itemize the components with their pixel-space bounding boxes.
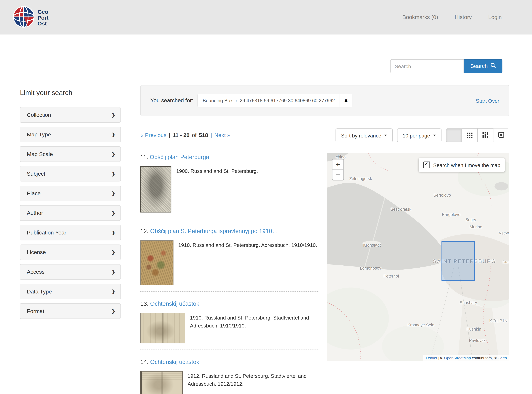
results-toolbar: « Previous | 11 - 20 of 518 | Next » Sor… <box>140 128 509 142</box>
facet-label: Map Type <box>27 131 51 137</box>
grid-icon <box>467 133 472 138</box>
facet-label: License <box>27 249 46 255</box>
chevron-right-icon: ❯ <box>112 250 115 255</box>
search-constraints-panel: You searched for: Bounding Box 29.476318… <box>140 85 509 116</box>
view-slideshow-button[interactable] <box>493 128 509 142</box>
facet-license[interactable]: License❯ <box>20 244 121 260</box>
zoom-out-button[interactable]: − <box>332 170 343 180</box>
map-canvas[interactable] <box>327 153 509 361</box>
search-when-move-control[interactable]: Search when I move the map <box>419 158 505 172</box>
facet-label: Collection <box>27 112 51 118</box>
chevron-right-icon: ❯ <box>112 191 115 196</box>
facet-place[interactable]: Place❯ <box>20 186 121 201</box>
search-icon <box>491 63 496 70</box>
view-grid-button[interactable] <box>462 128 478 142</box>
result-title-link[interactable]: Ochtenskij učastok <box>150 359 200 365</box>
view-list-button[interactable] <box>446 128 462 142</box>
remove-constraint-button[interactable]: ✖ <box>340 94 352 107</box>
bounding-box-overlay <box>441 241 475 281</box>
facet-map-scale[interactable]: Map Scale❯ <box>20 146 121 162</box>
constraint-bbox-value: 29.476318 59.617769 30.640869 60.277962 <box>240 98 335 103</box>
chevron-right-icon: ❯ <box>112 230 115 235</box>
logo-text: Geo Port Ost <box>37 9 49 26</box>
view-masonry-button[interactable] <box>478 128 493 142</box>
facet-data-type[interactable]: Data Type❯ <box>20 284 121 299</box>
result-number: 12. <box>140 228 148 235</box>
map-place-label: Kronstadt <box>363 243 381 248</box>
facet-sidebar-title: Limit your search <box>20 89 121 97</box>
facet-label: Format <box>27 308 44 314</box>
slideshow-icon <box>498 132 504 139</box>
next-page-link[interactable]: Next » <box>214 132 230 138</box>
facet-label: Publication Year <box>27 230 66 236</box>
facet-author[interactable]: Author❯ <box>20 205 121 221</box>
result-thumbnail[interactable] <box>140 166 171 213</box>
start-over-link[interactable]: Start Over <box>476 98 499 104</box>
pagination-separator: | <box>169 132 170 138</box>
facet-publication-year[interactable]: Publication Year❯ <box>20 225 121 240</box>
map-place-label: Vsevo <box>499 231 509 236</box>
results-list: 11. Obščij plan Peterburga 1900. Russlan… <box>140 154 319 394</box>
result-thumbnail[interactable] <box>140 371 183 394</box>
map-place-label: Pushkin <box>466 327 481 332</box>
sort-dropdown[interactable]: Sort by relevance <box>336 128 393 142</box>
per-page-dropdown[interactable]: 10 per page <box>397 128 441 142</box>
map-place-label: Murino <box>470 224 482 229</box>
map-place-label: KOLPIN <box>489 319 508 323</box>
openstreetmap-link[interactable]: OpenStreetMap <box>444 356 471 360</box>
map-place-label: Star <box>502 259 509 264</box>
result-item: 14. Ochtenskij učastok 1912. Russland an… <box>140 359 319 394</box>
page: Geo Port Ost Bookmarks (0) History Login… <box>0 0 532 394</box>
results-map[interactable]: chino Zelenogorsk Sertolovo Sestroretsk … <box>327 153 509 361</box>
map-place-label: Shushary <box>460 300 477 305</box>
nav-login[interactable]: Login <box>488 14 502 20</box>
facet-subject[interactable]: Subject❯ <box>20 166 121 181</box>
chevron-down-icon <box>384 135 387 136</box>
facet-map-type[interactable]: Map Type❯ <box>20 127 121 142</box>
map-place-label: Sertolovo <box>434 193 451 197</box>
chevron-right-icon: ❯ <box>112 289 115 294</box>
result-number: 13. <box>140 301 148 307</box>
result-thumbnail[interactable] <box>140 313 185 343</box>
result-thumbnail[interactable] <box>140 240 174 285</box>
facet-format[interactable]: Format❯ <box>20 303 121 319</box>
map-place-label: Bugry <box>466 217 476 222</box>
leaflet-link[interactable]: Leaflet <box>426 356 437 360</box>
facet-collection[interactable]: Collection❯ <box>20 107 121 123</box>
search-button-label: Search <box>470 63 488 69</box>
facet-label: Map Scale <box>27 151 53 157</box>
facet-label: Place <box>27 190 41 197</box>
you-searched-for-label: You searched for: <box>150 98 193 104</box>
chevron-right-icon: ❯ <box>112 210 115 216</box>
result-item: 13. Ochtenskij učastok 1910. Russland an… <box>140 301 319 350</box>
view-switcher <box>446 128 509 142</box>
nav-bookmarks[interactable]: Bookmarks (0) <box>402 14 438 20</box>
carto-link[interactable]: Carto <box>498 356 507 360</box>
zoom-in-button[interactable]: + <box>332 159 343 170</box>
geoportost-logo[interactable]: Geo Port Ost <box>13 6 48 29</box>
result-number: 14. <box>140 359 148 365</box>
chevron-down-icon <box>433 135 436 136</box>
filter-separator-icon <box>235 98 237 103</box>
nav-history[interactable]: History <box>455 14 472 20</box>
chevron-right-icon: ❯ <box>112 308 115 314</box>
checkbox-checked-icon[interactable] <box>423 161 430 168</box>
previous-page-link[interactable]: « Previous <box>140 132 166 138</box>
chevron-right-icon: ❯ <box>112 112 115 118</box>
result-number: 11. <box>140 154 148 161</box>
search-input[interactable] <box>390 59 464 73</box>
per-page-label: 10 per page <box>403 132 430 138</box>
result-description: 1912. Russland and St. Petersburg. Stadt… <box>188 372 319 388</box>
result-title-link[interactable]: Obščij plan Peterburga <box>150 154 209 161</box>
pagination-separator: | <box>210 132 212 138</box>
map-zoom-control: + − <box>332 159 344 181</box>
facet-access[interactable]: Access❯ <box>20 264 121 280</box>
map-place-label: Peterhof <box>384 274 399 279</box>
result-description: 1910. Russland and St. Petersburg. Stadt… <box>190 314 319 330</box>
result-title-link[interactable]: Ochtenskij učastok <box>150 301 200 307</box>
map-place-label: Lomonosov <box>360 266 381 271</box>
globe-logo-icon <box>13 6 34 29</box>
result-title-link[interactable]: Obščij plan S. Peterburga ispravlennyj p… <box>150 228 278 235</box>
search-button[interactable]: Search <box>464 59 502 73</box>
constraint-field: Bounding Box <box>203 98 233 103</box>
